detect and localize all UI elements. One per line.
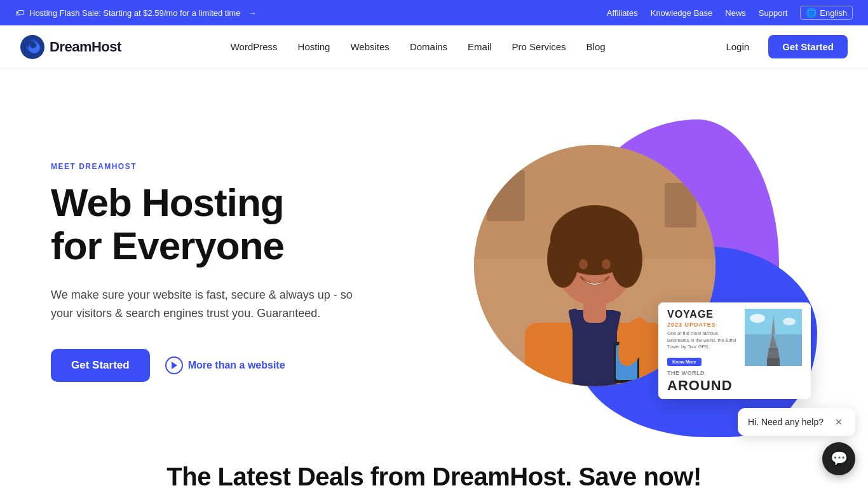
- svg-rect-7: [487, 170, 525, 221]
- hero-get-started-button[interactable]: Get Started: [51, 349, 150, 382]
- logo[interactable]: DreamHost: [20, 35, 121, 59]
- chat-widget: Hi. Need any help? ✕ 💬: [738, 408, 855, 475]
- voyage-world-label: THE WORLD: [667, 370, 802, 376]
- svg-point-19: [561, 219, 584, 242]
- eiffel-tower-image: [745, 309, 802, 366]
- flash-arrow: →: [248, 8, 256, 18]
- globe-icon: 🌐: [806, 8, 817, 18]
- hero-subtitle: We make sure your website is fast, secur…: [51, 286, 356, 323]
- language-label: English: [820, 8, 847, 18]
- nav-websites[interactable]: Websites: [341, 36, 398, 57]
- nav-hosting[interactable]: Hosting: [289, 36, 339, 57]
- hero-visual: VOYAGE 2023 UPDATES One of the most famo…: [449, 107, 817, 437]
- flash-sale-text: Hosting Flash Sale: Starting at $2.59/mo…: [29, 8, 240, 18]
- get-started-nav-button[interactable]: Get Started: [768, 35, 848, 58]
- hero-section: MEET DREAMHOST Web Hosting for Everyone …: [0, 69, 868, 437]
- chat-bubble: Hi. Need any help? ✕: [738, 408, 855, 436]
- affiliates-link[interactable]: Affiliates: [607, 8, 638, 18]
- voyage-subtitle: 2023 UPDATES: [667, 322, 740, 328]
- login-button[interactable]: Login: [714, 36, 761, 57]
- hero-title-line2: for Everyone: [51, 224, 284, 268]
- language-selector[interactable]: 🌐 English: [800, 6, 853, 20]
- hero-more-button[interactable]: More than a website: [165, 356, 285, 374]
- hero-eyebrow: MEET DREAMHOST: [51, 162, 356, 171]
- support-link[interactable]: Support: [759, 8, 788, 18]
- top-bar: 🏷 Hosting Flash Sale: Starting at $2.59/…: [0, 0, 868, 25]
- hero-title: Web Hosting for Everyone: [51, 181, 356, 268]
- nav-actions: Login Get Started: [714, 35, 848, 58]
- dreamhost-logo-icon: [20, 35, 44, 59]
- top-bar-links: Affiliates Knowledge Base News Support 🌐…: [607, 6, 853, 20]
- voyage-know-more-button[interactable]: Know More: [667, 358, 702, 366]
- svg-point-23: [602, 259, 611, 269]
- hero-more-label: More than a website: [188, 360, 285, 371]
- play-triangle-icon: [172, 362, 177, 369]
- svg-point-4: [30, 42, 36, 48]
- chat-bubble-text: Hi. Need any help?: [748, 417, 824, 427]
- voyage-card-image: [745, 309, 802, 366]
- tag-icon: 🏷: [15, 8, 24, 18]
- knowledge-base-link[interactable]: Knowledge Base: [651, 8, 713, 18]
- news-link[interactable]: News: [725, 8, 746, 18]
- nav-email[interactable]: Email: [459, 36, 501, 57]
- voyage-card-header: VOYAGE 2023 UPDATES One of the most famo…: [658, 302, 811, 370]
- logo-text: DreamHost: [50, 39, 121, 55]
- voyage-card: VOYAGE 2023 UPDATES One of the most famo…: [658, 302, 811, 399]
- bottom-teaser-heading: The Latest Deals from DreamHost. Save no…: [13, 463, 855, 488]
- hero-actions: Get Started More than a website: [51, 349, 356, 382]
- svg-rect-34: [767, 358, 780, 366]
- hero-title-line1: Web Hosting: [51, 180, 284, 224]
- svg-point-20: [606, 219, 628, 242]
- navbar: DreamHost WordPress Hosting Websites Dom…: [0, 25, 868, 69]
- nav-wordpress[interactable]: WordPress: [222, 36, 287, 57]
- chat-bubble-icon: 💬: [831, 451, 848, 467]
- nav-domains[interactable]: Domains: [401, 36, 456, 57]
- play-circle-icon: [165, 356, 183, 374]
- svg-point-29: [750, 314, 765, 323]
- nav-pro-services[interactable]: Pro Services: [503, 36, 575, 57]
- svg-point-22: [579, 259, 588, 269]
- voyage-around-label: AROUND: [667, 377, 802, 394]
- hero-content: MEET DREAMHOST Web Hosting for Everyone …: [51, 162, 356, 382]
- chat-open-button[interactable]: 💬: [822, 442, 855, 475]
- voyage-title: VOYAGE: [667, 309, 740, 320]
- nav-blog[interactable]: Blog: [578, 36, 614, 57]
- svg-point-30: [783, 318, 796, 325]
- chat-close-button[interactable]: ✕: [832, 416, 845, 428]
- nav-links: WordPress Hosting Websites Domains Email…: [222, 36, 614, 57]
- flash-sale-banner[interactable]: 🏷 Hosting Flash Sale: Starting at $2.59/…: [15, 8, 256, 18]
- voyage-desc: One of the most famous landmarks in the …: [667, 330, 740, 351]
- svg-point-21: [581, 210, 609, 238]
